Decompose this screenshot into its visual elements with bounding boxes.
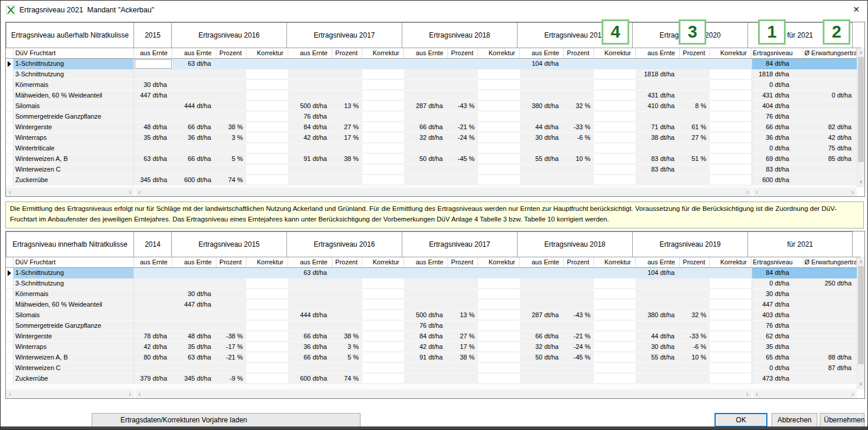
cell-korrektur[interactable] [594, 59, 636, 69]
table-row[interactable]: Körnermais30 dt/ha0 dt/ha [6, 80, 864, 90]
cell-korrektur[interactable] [362, 278, 404, 289]
cell-ertragsniveau[interactable]: 1818 dt/ha [752, 69, 803, 80]
cell-prozent[interactable] [564, 300, 594, 310]
cell-aus-ernte[interactable]: 83 dt/ha [636, 154, 680, 164]
cell-aus-ernte[interactable] [520, 321, 564, 331]
table-row[interactable]: Winterraps35 dt/ha36 dt/ha3 %42 dt/ha17 … [6, 133, 864, 143]
cell-prozent[interactable]: -45 % [564, 352, 594, 363]
cell-erwartungsertrag[interactable]: 85 dt/ha [803, 154, 857, 164]
table-row[interactable]: Winterweizen A, B80 dt/ha63 dt/ha-21 %66… [6, 352, 864, 363]
cell-aus-ernte[interactable] [636, 321, 680, 331]
cell-aus-ernte[interactable] [404, 363, 448, 374]
cell-prozent[interactable]: 38 % [216, 122, 246, 133]
cell-prozent[interactable] [564, 164, 594, 175]
cell-prozent[interactable] [216, 90, 246, 101]
cell-korrektur[interactable] [246, 321, 288, 331]
cell-aus-ernte[interactable] [172, 112, 216, 122]
cell-aus-ernte[interactable]: 287 dt/ha [404, 101, 448, 112]
cell-first-year-aus-ernte[interactable] [134, 143, 172, 154]
cell-ertragsniveau[interactable]: 600 dt/ha [752, 175, 803, 186]
cell-erwartungsertrag[interactable] [803, 310, 857, 321]
cell-ertragsniveau[interactable]: 447 dt/ha [752, 300, 803, 310]
cell-ertragsniveau[interactable]: 35 dt/ha [752, 342, 803, 352]
cell-fruchtart[interactable]: Wintergerste [14, 331, 134, 342]
cell-korrektur[interactable] [710, 374, 752, 384]
cell-korrektur[interactable] [478, 90, 520, 101]
cell-korrektur[interactable] [478, 268, 520, 278]
cell-ertragsniveau[interactable]: 76 dt/ha [752, 112, 803, 122]
cell-korrektur[interactable] [594, 321, 636, 331]
cell-aus-ernte[interactable] [520, 278, 564, 289]
table-row[interactable]: Körnermais30 dt/ha30 dt/ha [6, 289, 864, 300]
h-scroll-left-icon[interactable]: ‹ [756, 389, 758, 398]
h-scroll-left-icon[interactable]: ‹ [138, 389, 141, 398]
cell-prozent[interactable]: 38 % [332, 331, 362, 342]
cell-prozent[interactable]: 13 % [448, 310, 478, 321]
cell-aus-ernte[interactable] [288, 164, 332, 175]
cell-ertragsniveau[interactable]: 431 dt/ha [752, 90, 803, 101]
cell-korrektur[interactable] [478, 143, 520, 154]
cell-aus-ernte[interactable]: 66 dt/ha [404, 122, 448, 133]
cell-aus-ernte[interactable]: 50 dt/ha [520, 352, 564, 363]
cell-prozent[interactable] [332, 300, 362, 310]
cell-fruchtart[interactable]: Silomais [14, 310, 134, 321]
cell-korrektur[interactable] [478, 331, 520, 342]
cell-prozent[interactable] [448, 143, 478, 154]
cell-prozent[interactable] [216, 69, 246, 80]
table-row[interactable]: 3-Schnittnutzung0 dt/ha250 dt/ha [6, 278, 864, 289]
cell-korrektur[interactable] [710, 331, 752, 342]
h-scroll-right-icon[interactable]: › [746, 389, 749, 398]
cell-aus-ernte[interactable] [404, 374, 448, 384]
cell-ertragsniveau[interactable]: 473 dt/ha [752, 374, 803, 384]
cell-prozent[interactable] [216, 59, 246, 69]
cell-korrektur[interactable] [710, 101, 752, 112]
cell-korrektur[interactable] [362, 59, 404, 69]
cell-korrektur[interactable] [362, 154, 404, 164]
cell-ertragsniveau[interactable]: 0 dt/ha [752, 363, 803, 374]
cell-erwartungsertrag[interactable] [803, 175, 857, 186]
cell-aus-ernte[interactable] [404, 112, 448, 122]
v-scroll-down-icon[interactable]: ∨ [857, 380, 864, 388]
cell-erwartungsertrag[interactable] [803, 342, 857, 352]
cell-aus-ernte[interactable]: 66 dt/ha [288, 352, 332, 363]
vertical-scrollbar[interactable]: ∧∨ [857, 257, 864, 389]
table-row[interactable]: 1-Schnittnutzung63 dt/ha104 dt/ha84 dt/h… [6, 59, 864, 69]
table-row[interactable]: 3-Schnittnutzung1818 dt/ha1818 dt/ha [6, 69, 864, 80]
cell-prozent[interactable] [680, 374, 710, 384]
cell-korrektur[interactable] [478, 133, 520, 143]
cell-erwartungsertrag[interactable] [803, 321, 857, 331]
cell-aus-ernte[interactable] [636, 59, 680, 69]
cell-prozent[interactable] [332, 363, 362, 374]
v-scroll-thumb[interactable] [858, 266, 864, 364]
cell-aus-ernte[interactable] [404, 143, 448, 154]
cell-aus-ernte[interactable]: 84 dt/ha [404, 331, 448, 342]
cell-aus-ernte[interactable]: 30 dt/ha [636, 342, 680, 352]
cell-aus-ernte[interactable]: 32 dt/ha [404, 133, 448, 143]
cell-prozent[interactable]: 5 % [216, 154, 246, 164]
h-scroll-left-icon[interactable]: ‹ [138, 187, 141, 196]
cell-prozent[interactable]: -21 % [564, 331, 594, 342]
cell-prozent[interactable] [448, 69, 478, 80]
cell-aus-ernte[interactable] [172, 143, 216, 154]
cell-prozent[interactable] [564, 374, 594, 384]
cell-korrektur[interactable] [710, 300, 752, 310]
cell-first-year-aus-ernte[interactable] [134, 300, 172, 310]
cell-prozent[interactable] [680, 300, 710, 310]
cell-aus-ernte[interactable] [288, 143, 332, 154]
cell-prozent[interactable] [564, 80, 594, 90]
cell-ertragsniveau[interactable]: 30 dt/ha [752, 289, 803, 300]
cell-first-year-aus-ernte[interactable]: 80 dt/ha [134, 352, 172, 363]
cell-korrektur[interactable] [710, 69, 752, 80]
h-scroll-left-icon[interactable]: ‹ [756, 187, 758, 196]
cell-first-year-aus-ernte[interactable] [134, 69, 172, 80]
cell-erwartungsertrag[interactable] [803, 300, 857, 310]
cell-korrektur[interactable] [594, 90, 636, 101]
cell-prozent[interactable]: -24 % [448, 133, 478, 143]
cell-aus-ernte[interactable]: 30 dt/ha [172, 289, 216, 300]
cell-prozent[interactable] [216, 321, 246, 331]
cell-prozent[interactable] [448, 112, 478, 122]
cell-prozent[interactable]: 3 % [216, 133, 246, 143]
table-row[interactable]: Wintergerste48 dt/ha66 dt/ha38 %84 dt/ha… [6, 122, 864, 133]
h-scroll-track[interactable]: ‹› [135, 390, 752, 398]
cell-fruchtart[interactable]: Sommergetreide Ganzpflanze [14, 112, 134, 122]
